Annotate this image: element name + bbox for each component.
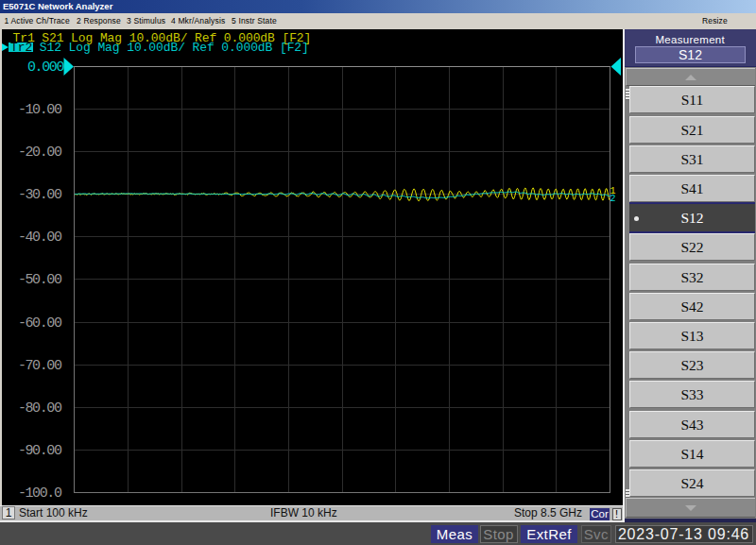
svg-text:2: 2 (610, 194, 616, 204)
